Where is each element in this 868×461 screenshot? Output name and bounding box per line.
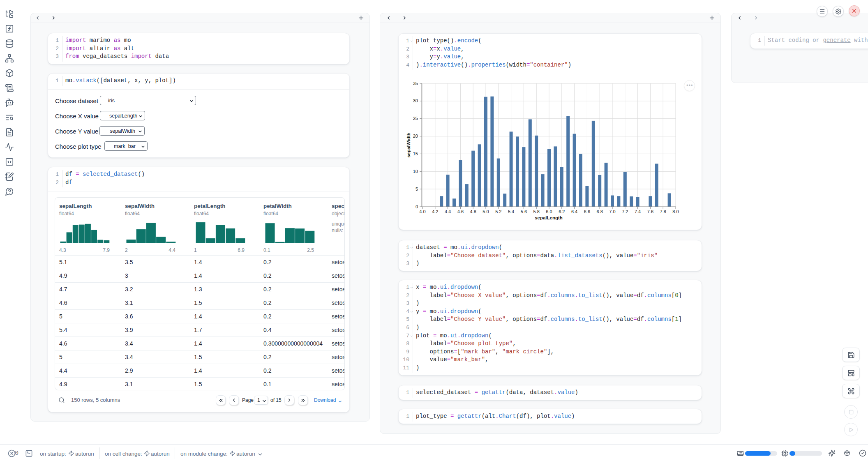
svg-text:10: 10 [413,169,418,174]
svg-text:7.6: 7.6 [647,209,653,214]
svg-text:5.4: 5.4 [508,209,514,214]
svg-text:6.2: 6.2 [559,209,565,214]
svg-text:25: 25 [413,116,418,121]
svg-text:5.2: 5.2 [495,209,501,214]
svg-text:4.0: 4.0 [419,209,425,214]
svg-text:sepalLength: sepalLength [535,215,563,220]
svg-text:4.2: 4.2 [432,209,438,214]
svg-text:30: 30 [413,98,418,103]
svg-text:7.0: 7.0 [609,209,615,214]
svg-text:20: 20 [413,134,418,138]
svg-text:15: 15 [413,151,418,156]
svg-text:5.8: 5.8 [533,209,540,214]
svg-text:5.6: 5.6 [521,209,527,214]
svg-text:8.0: 8.0 [672,209,679,214]
svg-text:7.4: 7.4 [635,209,641,214]
svg-text:6.0: 6.0 [546,209,552,214]
svg-text:6.4: 6.4 [571,209,577,214]
svg-text:7.8: 7.8 [660,209,666,214]
svg-text:4.8: 4.8 [470,209,476,214]
svg-text:4.6: 4.6 [457,209,464,214]
svg-text:5: 5 [416,187,418,191]
svg-text:6.6: 6.6 [584,209,590,214]
svg-text:35: 35 [413,81,418,86]
svg-text:sepalWidth: sepalWidth [406,132,411,157]
svg-text:6.8: 6.8 [597,209,603,214]
svg-text:7.2: 7.2 [622,209,628,214]
svg-text:4.4: 4.4 [445,209,451,214]
svg-text:0: 0 [416,204,418,209]
svg-text:5.0: 5.0 [482,209,489,214]
